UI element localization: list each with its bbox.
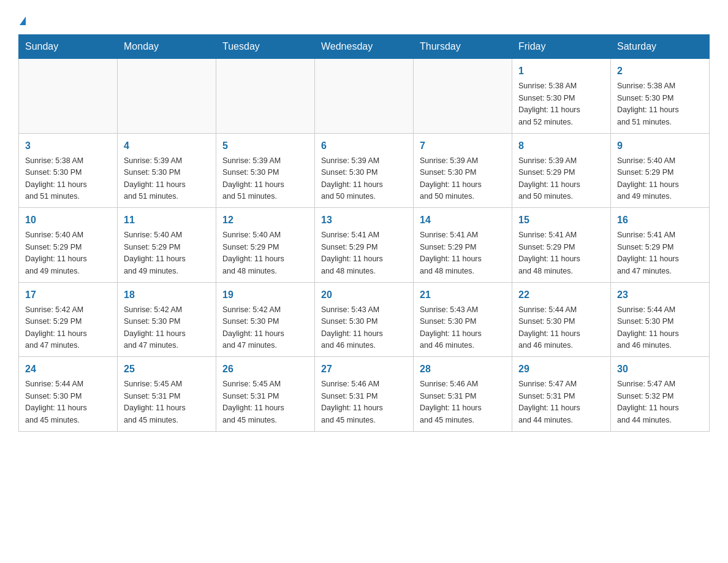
week-row-1: 1Sunrise: 5:38 AMSunset: 5:30 PMDaylight… [19,59,710,134]
calendar-cell: 22Sunrise: 5:44 AMSunset: 5:30 PMDayligh… [512,282,611,357]
day-info: Sunrise: 5:40 AMSunset: 5:29 PMDaylight:… [25,229,111,277]
day-info: Sunrise: 5:42 AMSunset: 5:30 PMDaylight:… [124,304,210,352]
calendar-cell: 28Sunrise: 5:46 AMSunset: 5:31 PMDayligh… [414,357,512,432]
day-info: Sunrise: 5:41 AMSunset: 5:29 PMDaylight:… [321,229,407,277]
day-info: Sunrise: 5:47 AMSunset: 5:31 PMDaylight:… [518,378,604,426]
calendar-cell: 17Sunrise: 5:42 AMSunset: 5:29 PMDayligh… [19,282,118,357]
calendar-table: SundayMondayTuesdayWednesdayThursdayFrid… [18,34,710,432]
day-number: 4 [124,139,210,153]
day-number: 19 [222,288,308,302]
day-number: 18 [124,288,210,302]
calendar-cell: 18Sunrise: 5:42 AMSunset: 5:30 PMDayligh… [118,282,216,357]
day-info: Sunrise: 5:46 AMSunset: 5:31 PMDaylight:… [420,378,506,426]
page-header [18,12,710,28]
day-number: 20 [321,288,407,302]
calendar-cell [19,59,118,134]
calendar-cell: 19Sunrise: 5:42 AMSunset: 5:30 PMDayligh… [216,282,315,357]
calendar-cell [118,59,216,134]
calendar-cell: 21Sunrise: 5:43 AMSunset: 5:30 PMDayligh… [414,282,512,357]
week-row-3: 10Sunrise: 5:40 AMSunset: 5:29 PMDayligh… [19,208,710,283]
calendar-cell [216,59,315,134]
day-info: Sunrise: 5:38 AMSunset: 5:30 PMDaylight:… [518,80,604,128]
weekday-header-row: SundayMondayTuesdayWednesdayThursdayFrid… [19,35,710,59]
calendar-cell: 5Sunrise: 5:39 AMSunset: 5:30 PMDaylight… [216,133,315,208]
day-info: Sunrise: 5:45 AMSunset: 5:31 PMDaylight:… [222,378,308,426]
day-number: 11 [124,213,210,228]
day-number: 28 [420,362,506,377]
day-info: Sunrise: 5:47 AMSunset: 5:32 PMDaylight:… [617,378,703,426]
calendar-cell: 9Sunrise: 5:40 AMSunset: 5:29 PMDaylight… [611,133,710,208]
day-number: 25 [124,362,210,377]
day-info: Sunrise: 5:46 AMSunset: 5:31 PMDaylight:… [321,378,407,426]
day-info: Sunrise: 5:41 AMSunset: 5:29 PMDaylight:… [420,229,506,277]
day-number: 1 [518,64,604,79]
calendar-cell: 2Sunrise: 5:38 AMSunset: 5:30 PMDaylight… [611,59,710,134]
calendar-cell [315,59,414,134]
day-number: 21 [420,288,506,302]
calendar-cell: 7Sunrise: 5:39 AMSunset: 5:30 PMDaylight… [414,133,512,208]
week-row-4: 17Sunrise: 5:42 AMSunset: 5:29 PMDayligh… [19,282,710,357]
calendar-cell: 3Sunrise: 5:38 AMSunset: 5:30 PMDaylight… [19,133,118,208]
calendar-cell: 4Sunrise: 5:39 AMSunset: 5:30 PMDaylight… [118,133,216,208]
day-info: Sunrise: 5:44 AMSunset: 5:30 PMDaylight:… [518,304,604,352]
day-info: Sunrise: 5:39 AMSunset: 5:30 PMDaylight:… [222,155,308,203]
day-number: 5 [222,139,308,153]
logo [18,12,26,28]
day-info: Sunrise: 5:42 AMSunset: 5:30 PMDaylight:… [222,304,308,352]
calendar-cell: 1Sunrise: 5:38 AMSunset: 5:30 PMDaylight… [512,59,611,134]
week-row-5: 24Sunrise: 5:44 AMSunset: 5:30 PMDayligh… [19,357,710,432]
calendar-cell: 16Sunrise: 5:41 AMSunset: 5:29 PMDayligh… [611,208,710,283]
weekday-header-sunday: Sunday [19,35,118,59]
day-info: Sunrise: 5:40 AMSunset: 5:29 PMDaylight:… [617,155,703,203]
weekday-header-wednesday: Wednesday [315,35,414,59]
day-info: Sunrise: 5:39 AMSunset: 5:30 PMDaylight:… [420,155,506,203]
day-number: 14 [420,213,506,228]
day-number: 15 [518,213,604,228]
day-info: Sunrise: 5:40 AMSunset: 5:29 PMDaylight:… [124,229,210,277]
calendar-cell: 25Sunrise: 5:45 AMSunset: 5:31 PMDayligh… [118,357,216,432]
calendar-cell: 27Sunrise: 5:46 AMSunset: 5:31 PMDayligh… [315,357,414,432]
logo-triangle-icon [20,17,26,25]
day-info: Sunrise: 5:39 AMSunset: 5:29 PMDaylight:… [518,155,604,203]
calendar-cell: 8Sunrise: 5:39 AMSunset: 5:29 PMDaylight… [512,133,611,208]
day-info: Sunrise: 5:39 AMSunset: 5:30 PMDaylight:… [124,155,210,203]
calendar-cell: 24Sunrise: 5:44 AMSunset: 5:30 PMDayligh… [19,357,118,432]
day-number: 12 [222,213,308,228]
day-number: 22 [518,288,604,302]
calendar-cell: 11Sunrise: 5:40 AMSunset: 5:29 PMDayligh… [118,208,216,283]
calendar-cell: 12Sunrise: 5:40 AMSunset: 5:29 PMDayligh… [216,208,315,283]
day-number: 2 [617,64,703,79]
calendar-cell: 29Sunrise: 5:47 AMSunset: 5:31 PMDayligh… [512,357,611,432]
day-number: 3 [25,139,111,153]
day-number: 7 [420,139,506,153]
day-info: Sunrise: 5:44 AMSunset: 5:30 PMDaylight:… [25,378,111,426]
day-number: 10 [25,213,111,228]
day-info: Sunrise: 5:44 AMSunset: 5:30 PMDaylight:… [617,304,703,352]
day-info: Sunrise: 5:45 AMSunset: 5:31 PMDaylight:… [124,378,210,426]
day-info: Sunrise: 5:42 AMSunset: 5:29 PMDaylight:… [25,304,111,352]
day-info: Sunrise: 5:38 AMSunset: 5:30 PMDaylight:… [25,155,111,203]
calendar-cell: 30Sunrise: 5:47 AMSunset: 5:32 PMDayligh… [611,357,710,432]
weekday-header-friday: Friday [512,35,611,59]
day-number: 6 [321,139,407,153]
day-info: Sunrise: 5:40 AMSunset: 5:29 PMDaylight:… [222,229,308,277]
weekday-header-tuesday: Tuesday [216,35,315,59]
week-row-2: 3Sunrise: 5:38 AMSunset: 5:30 PMDaylight… [19,133,710,208]
calendar-cell: 15Sunrise: 5:41 AMSunset: 5:29 PMDayligh… [512,208,611,283]
day-number: 27 [321,362,407,377]
calendar-cell [414,59,512,134]
day-info: Sunrise: 5:43 AMSunset: 5:30 PMDaylight:… [321,304,407,352]
calendar-cell: 10Sunrise: 5:40 AMSunset: 5:29 PMDayligh… [19,208,118,283]
day-number: 13 [321,213,407,228]
calendar-cell: 14Sunrise: 5:41 AMSunset: 5:29 PMDayligh… [414,208,512,283]
day-number: 8 [518,139,604,153]
day-info: Sunrise: 5:39 AMSunset: 5:30 PMDaylight:… [321,155,407,203]
weekday-header-thursday: Thursday [414,35,512,59]
day-info: Sunrise: 5:43 AMSunset: 5:30 PMDaylight:… [420,304,506,352]
calendar-cell: 23Sunrise: 5:44 AMSunset: 5:30 PMDayligh… [611,282,710,357]
day-info: Sunrise: 5:38 AMSunset: 5:30 PMDaylight:… [617,80,703,128]
day-number: 23 [617,288,703,302]
calendar-cell: 26Sunrise: 5:45 AMSunset: 5:31 PMDayligh… [216,357,315,432]
day-number: 29 [518,362,604,377]
day-number: 24 [25,362,111,377]
